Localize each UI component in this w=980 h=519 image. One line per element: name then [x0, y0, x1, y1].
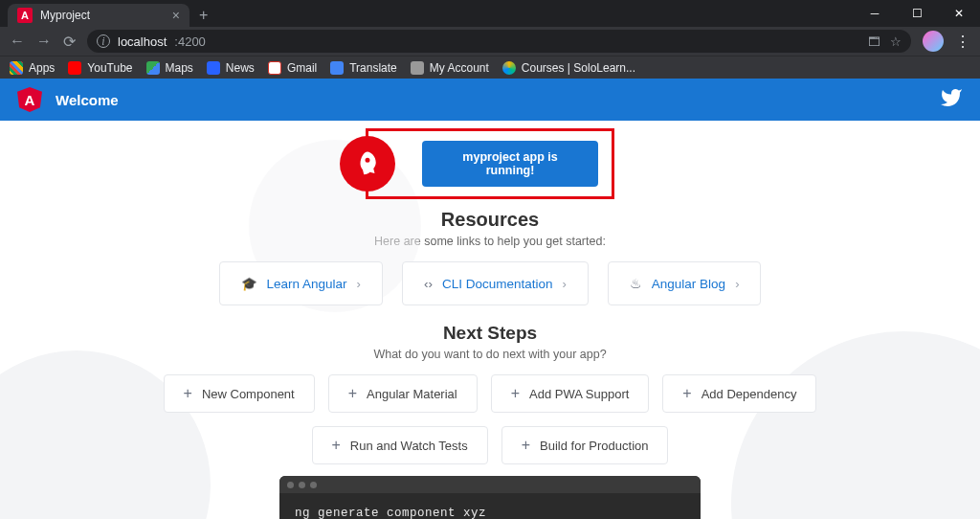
resource-cards: 🎓 Learn Angular › ‹› CLI Documentation ›…: [0, 261, 980, 305]
terminal-command: ng generate component xyz: [279, 493, 701, 519]
angular-favicon: A: [17, 8, 33, 23]
plus-icon: +: [522, 437, 530, 454]
flame-icon: ♨: [630, 276, 642, 291]
close-window-button[interactable]: ✕: [938, 0, 980, 27]
twitter-link[interactable]: [940, 86, 963, 113]
chevron-right-icon: ›: [357, 277, 361, 291]
app-title: Welcome: [56, 92, 119, 108]
url-port: :4200: [174, 34, 206, 49]
plus-icon: +: [348, 385, 357, 402]
minimize-button[interactable]: ─: [854, 0, 896, 27]
terminal-dot: [310, 482, 317, 488]
bookmark-translate[interactable]: Translate: [330, 61, 397, 75]
forward-button[interactable]: →: [36, 33, 52, 51]
sololearn-icon: [502, 61, 516, 75]
plus-icon: +: [332, 437, 341, 454]
browser-tabs: A Myproject × +: [0, 0, 854, 27]
chevron-right-icon: ›: [735, 277, 739, 291]
maps-icon: [146, 61, 160, 75]
cli-docs-card[interactable]: ‹› CLI Documentation ›: [402, 261, 589, 305]
angular-material-button[interactable]: +Angular Material: [328, 374, 478, 413]
nav-buttons: ← → ⟳: [10, 33, 76, 51]
terminal-header: [279, 476, 701, 493]
apps-icon: [10, 61, 23, 75]
page-content: myproject app is running! Resources Here…: [0, 121, 980, 519]
learn-angular-card[interactable]: 🎓 Learn Angular ›: [219, 261, 383, 305]
rocket-badge: [340, 136, 395, 192]
reload-button[interactable]: ⟳: [63, 33, 76, 51]
graduation-icon: 🎓: [241, 276, 257, 291]
running-message: myproject app is running!: [422, 141, 598, 187]
bookmark-star-icon[interactable]: ☆: [890, 34, 902, 49]
news-icon: [207, 61, 220, 75]
window-controls: ─ ☐ ✕: [854, 0, 980, 27]
resources-sub: Here are some links to help you get star…: [0, 235, 980, 248]
next-steps-title: Next Steps: [0, 323, 980, 344]
maximize-button[interactable]: ☐: [896, 0, 938, 27]
chevron-right-icon: ›: [562, 277, 566, 291]
code-icon: ‹›: [424, 277, 433, 291]
tab-title: Myproject: [40, 9, 90, 22]
bookmark-account[interactable]: My Account: [411, 61, 489, 75]
add-dependency-button[interactable]: +Add Dependency: [662, 374, 816, 413]
run-tests-button[interactable]: +Run and Watch Tests: [312, 426, 488, 464]
terminal: ng generate component xyz: [279, 476, 701, 519]
bookmarks-bar: Apps YouTube Maps News Gmail Translate M…: [0, 56, 980, 79]
browser-toolbar: ← → ⟳ i localhost:4200 🗔 ☆ ⋮: [0, 27, 980, 56]
plus-icon: +: [511, 385, 520, 402]
bookmark-news[interactable]: News: [207, 61, 255, 75]
angular-logo-icon: A: [17, 87, 42, 112]
browser-tab-active[interactable]: A Myproject ×: [8, 4, 189, 27]
profile-avatar[interactable]: [923, 31, 944, 52]
rocket-icon: [353, 149, 382, 178]
next-steps-buttons: +New Component +Angular Material +Add PW…: [155, 374, 825, 464]
new-tab-button[interactable]: +: [189, 4, 217, 27]
browser-menu-button[interactable]: ⋮: [955, 33, 970, 51]
plus-icon: +: [184, 385, 192, 402]
twitter-icon: [940, 86, 963, 109]
angular-blog-card[interactable]: ♨ Angular Blog ›: [608, 261, 762, 305]
translate-icon[interactable]: 🗔: [868, 34, 880, 49]
window-titlebar: A Myproject × + ─ ☐ ✕: [0, 0, 980, 27]
plus-icon: +: [682, 385, 691, 402]
terminal-dot: [287, 482, 294, 488]
close-tab-icon[interactable]: ×: [172, 8, 180, 23]
running-banner: myproject app is running!: [366, 128, 614, 199]
account-icon: [411, 61, 424, 75]
translate-icon: [330, 61, 344, 75]
back-button[interactable]: ←: [10, 33, 25, 51]
bookmark-sololearn[interactable]: Courses | SoloLearn...: [502, 61, 635, 75]
bookmark-maps[interactable]: Maps: [146, 61, 193, 75]
site-info-icon[interactable]: i: [97, 34, 110, 48]
bookmark-gmail[interactable]: Gmail: [268, 61, 317, 75]
url-host: localhost: [118, 34, 167, 49]
resources-title: Resources: [0, 209, 980, 231]
terminal-dot: [299, 482, 305, 488]
new-component-button[interactable]: +New Component: [164, 374, 315, 413]
app-toolbar: A Welcome: [0, 79, 980, 121]
build-prod-button[interactable]: +Build for Production: [501, 426, 669, 464]
gmail-icon: [268, 61, 281, 75]
bookmark-youtube[interactable]: YouTube: [68, 61, 132, 75]
bookmark-apps[interactable]: Apps: [10, 61, 55, 75]
add-pwa-button[interactable]: +Add PWA Support: [491, 374, 650, 413]
youtube-icon: [68, 61, 81, 75]
address-bar[interactable]: i localhost:4200 🗔 ☆: [87, 30, 911, 53]
